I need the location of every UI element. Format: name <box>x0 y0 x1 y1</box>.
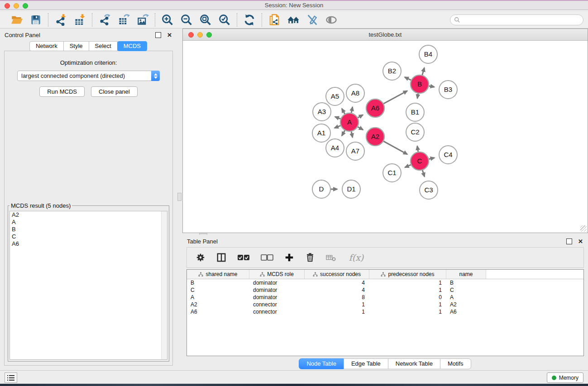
edge-A-A8[interactable] <box>351 107 353 113</box>
maximize-window-button[interactable] <box>23 3 28 9</box>
search-field[interactable] <box>450 14 583 25</box>
divider-grip[interactable] <box>177 193 182 201</box>
apply-function-icon: f(x) <box>346 252 366 263</box>
network-canvas[interactable]: B4B2BB3B1A5A8A6A3AA1C2A2A4A7C4CC1C3DD1 <box>183 41 588 233</box>
delete-table-icon <box>325 252 336 263</box>
import-network-icon[interactable] <box>54 13 67 27</box>
table-row[interactable]: Cdominator41C <box>187 286 583 294</box>
mcds-result-item[interactable]: A6 <box>10 240 167 248</box>
window-resize-grip[interactable] <box>580 225 587 232</box>
table-row[interactable]: Adominator80A <box>187 294 583 301</box>
import-table-icon[interactable] <box>73 13 86 27</box>
tab-network-table[interactable]: Network Table <box>388 358 440 369</box>
table-settings-gear-icon[interactable] <box>195 252 206 263</box>
edge-C-C2[interactable] <box>417 146 418 152</box>
float-panel-icon[interactable] <box>155 32 161 38</box>
node-label-B4: B4 <box>424 50 432 58</box>
edge-A-A4[interactable] <box>342 130 345 136</box>
mcds-result-item[interactable]: C <box>10 233 167 240</box>
cytoscape-window: Session: New Session <box>0 0 588 386</box>
column-header-MCDS-role[interactable]: MCDS role <box>249 270 305 279</box>
node-label-A1: A1 <box>317 129 325 137</box>
export-image-icon[interactable] <box>136 13 149 27</box>
tab-motifs[interactable]: Motifs <box>440 358 471 369</box>
tab-node-table[interactable]: Node Table <box>299 358 344 369</box>
tab-edge-table[interactable]: Edge Table <box>344 358 388 369</box>
table-cell: A <box>446 294 486 301</box>
network-minimize-button[interactable] <box>197 32 203 38</box>
delete-column-icon[interactable] <box>305 252 316 263</box>
tab-select[interactable]: Select <box>89 41 118 51</box>
mcds-result-item[interactable]: A <box>10 219 167 226</box>
hide-annotations-icon[interactable] <box>306 13 319 27</box>
refresh-icon[interactable] <box>243 13 256 27</box>
edge-C-C4[interactable] <box>429 158 434 159</box>
node-table: shared nameMCDS rolesuccessor nodesprede… <box>186 269 584 356</box>
open-session-file-icon[interactable] <box>268 13 281 27</box>
memory-label: Memory <box>559 375 578 381</box>
export-table-icon[interactable] <box>117 13 130 27</box>
table-cell: 1 <box>369 308 446 315</box>
edge-B-B1[interactable] <box>417 94 418 99</box>
minimize-window-button[interactable] <box>14 3 19 9</box>
edge-A-A1[interactable] <box>335 126 341 128</box>
task-history-button[interactable] <box>5 372 17 383</box>
edge-A-A7[interactable] <box>351 132 353 138</box>
edge-B-B4[interactable] <box>422 68 425 75</box>
close-panel-icon[interactable]: ✕ <box>167 32 172 38</box>
edge-A-A5[interactable] <box>342 109 345 114</box>
deselect-all-checks-icon[interactable] <box>260 252 274 263</box>
zoom-fit-icon[interactable] <box>199 13 212 27</box>
search-icon <box>454 17 460 23</box>
show-columns-icon[interactable] <box>216 252 227 263</box>
vertical-split-divider[interactable] <box>177 29 182 370</box>
table-row[interactable]: Bdominator41B <box>187 279 583 286</box>
table-row[interactable]: A2connector11A2 <box>187 301 583 308</box>
column-header-successor-nodes[interactable]: successor nodes <box>305 270 369 279</box>
column-header-predecessor-nodes[interactable]: predecessor nodes <box>369 270 446 279</box>
column-header-name[interactable]: name <box>446 270 486 279</box>
home-icon[interactable] <box>287 13 300 27</box>
node-label-C1: C1 <box>387 169 396 176</box>
edge-A2-C[interactable] <box>383 141 407 154</box>
close-panel-button[interactable]: Close panel <box>91 86 138 97</box>
save-session-icon[interactable] <box>29 13 43 27</box>
export-network-icon[interactable] <box>98 13 111 27</box>
close-window-button[interactable] <box>5 3 10 9</box>
edge-C-C1[interactable] <box>405 165 411 167</box>
network-close-button[interactable] <box>188 32 194 38</box>
memory-button[interactable]: Memory <box>547 372 583 383</box>
run-mcds-button[interactable]: Run MCDS <box>39 86 85 97</box>
node-label-C3: C3 <box>424 186 433 194</box>
tab-network[interactable]: Network <box>29 41 64 51</box>
edge-B-B3[interactable] <box>429 86 435 87</box>
select-all-checks-icon[interactable] <box>237 252 250 263</box>
result-scrollbar[interactable] <box>161 211 167 359</box>
add-column-icon[interactable] <box>284 252 295 263</box>
table-close-icon[interactable]: ✕ <box>578 238 583 244</box>
edge-B-B2[interactable] <box>405 77 411 80</box>
column-header-shared-name[interactable]: shared name <box>187 270 249 279</box>
tab-mcds[interactable]: MCDS <box>117 41 147 51</box>
mcds-result-item[interactable]: B <box>10 226 167 233</box>
table-row[interactable]: A6connector11A6 <box>187 308 583 315</box>
edge-C-C3[interactable] <box>422 170 424 176</box>
zoom-out-icon[interactable] <box>180 13 193 27</box>
edge-A-A6[interactable] <box>358 115 363 118</box>
open-session-icon[interactable] <box>10 13 24 27</box>
table-float-icon[interactable] <box>566 238 572 244</box>
mcds-result-group: MCDS result (5 nodes) A2ABCA6 <box>8 202 169 362</box>
search-input[interactable] <box>460 15 583 24</box>
zoom-in-icon[interactable] <box>161 13 174 27</box>
edge-A-A3[interactable] <box>335 117 340 119</box>
zoom-selected-icon[interactable] <box>218 13 231 27</box>
mcds-result-item[interactable]: A2 <box>10 211 167 219</box>
column-type-icon <box>381 272 386 277</box>
edge-A-A2[interactable] <box>358 127 363 130</box>
show-hide-eye-icon[interactable] <box>325 13 338 27</box>
network-maximize-button[interactable] <box>206 32 212 38</box>
optimization-criterion-dropdown[interactable]: largest connected component (directed) <box>17 71 160 81</box>
list-icon <box>7 375 14 381</box>
tab-style[interactable]: Style <box>63 41 89 51</box>
edge-A6-B[interactable] <box>383 91 407 104</box>
